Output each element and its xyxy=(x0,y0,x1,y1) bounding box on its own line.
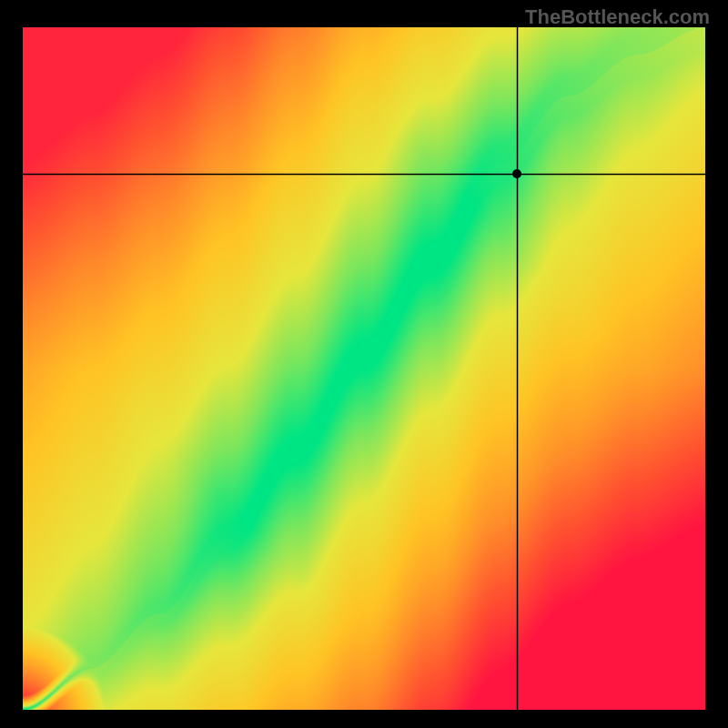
watermark-text: TheBottleneck.com xyxy=(525,5,710,29)
heatmap-chart xyxy=(23,27,705,710)
heatmap-canvas xyxy=(23,27,705,710)
